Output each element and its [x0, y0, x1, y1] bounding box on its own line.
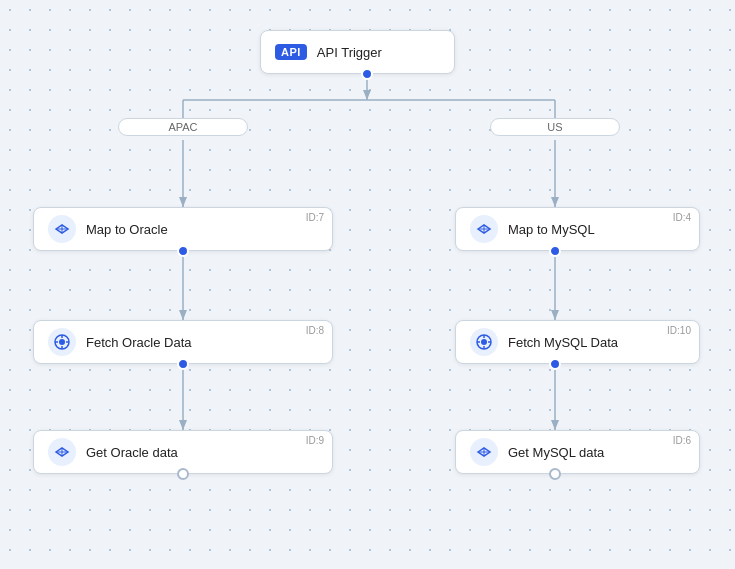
- fetch-mysql-label: Fetch MySQL Data: [508, 335, 618, 350]
- svg-marker-14: [179, 420, 187, 430]
- fetch-mysql-id: ID:10: [667, 325, 691, 336]
- dot-get-oracle-out: [177, 468, 189, 480]
- dot-map-oracle-out: [177, 245, 189, 257]
- get-mysql-icon: [470, 438, 498, 466]
- connectors-svg: [0, 0, 735, 569]
- dot-fetch-mysql-out: [549, 358, 561, 370]
- fetch-mysql-icon: [470, 328, 498, 356]
- dot-fetch-oracle-out: [177, 358, 189, 370]
- svg-marker-13: [551, 310, 559, 320]
- map-mysql-node[interactable]: Map to MySQL ID:4: [455, 207, 700, 251]
- svg-marker-10: [179, 197, 187, 207]
- get-oracle-id: ID:9: [306, 435, 324, 446]
- dot-map-mysql-out: [549, 245, 561, 257]
- fetch-oracle-icon: [48, 328, 76, 356]
- svg-marker-15: [551, 420, 559, 430]
- get-mysql-node[interactable]: Get MySQL data ID:6: [455, 430, 700, 474]
- svg-marker-11: [551, 197, 559, 207]
- map-oracle-icon: [48, 215, 76, 243]
- dot-get-mysql-out: [549, 468, 561, 480]
- apac-branch-label: APAC: [118, 118, 248, 136]
- map-oracle-id: ID:7: [306, 212, 324, 223]
- api-trigger-label: API Trigger: [317, 45, 382, 60]
- fetch-oracle-id: ID:8: [306, 325, 324, 336]
- get-oracle-label: Get Oracle data: [86, 445, 178, 460]
- svg-point-28: [481, 339, 487, 345]
- map-oracle-label: Map to Oracle: [86, 222, 168, 237]
- map-mysql-label: Map to MySQL: [508, 222, 595, 237]
- svg-marker-12: [179, 310, 187, 320]
- get-mysql-label: Get MySQL data: [508, 445, 604, 460]
- flow-canvas: API API Trigger APAC US Map to Oracle ID…: [0, 0, 735, 569]
- get-mysql-id: ID:6: [673, 435, 691, 446]
- map-mysql-id: ID:4: [673, 212, 691, 223]
- api-trigger-node[interactable]: API API Trigger: [260, 30, 455, 74]
- us-branch-label: US: [490, 118, 620, 136]
- svg-point-22: [59, 339, 65, 345]
- fetch-mysql-node[interactable]: Fetch MySQL Data ID:10: [455, 320, 700, 364]
- svg-marker-16: [363, 90, 371, 100]
- api-badge: API: [275, 44, 307, 60]
- get-oracle-icon: [48, 438, 76, 466]
- map-mysql-icon: [470, 215, 498, 243]
- fetch-oracle-label: Fetch Oracle Data: [86, 335, 192, 350]
- dot-api-out: [361, 68, 373, 80]
